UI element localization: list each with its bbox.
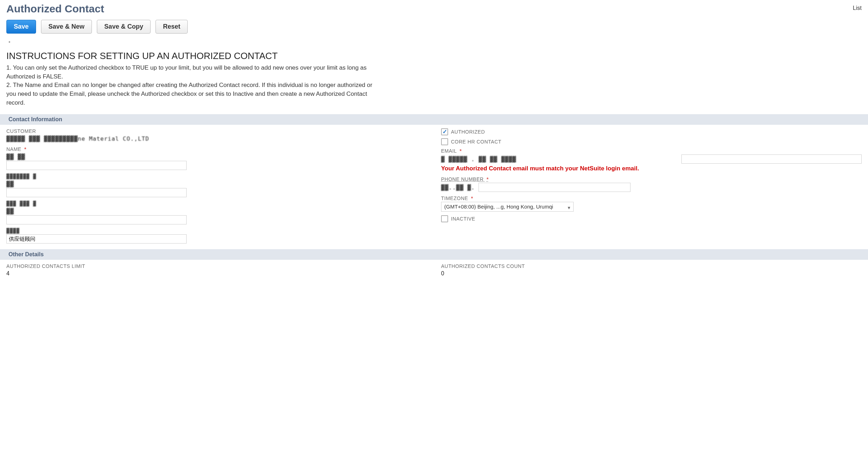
- timezone-value: (GMT+08:00) Beijing, ...g, Hong Kong, Ur…: [444, 204, 553, 210]
- inactive-checkbox[interactable]: [441, 215, 448, 222]
- section-contact-information: Contact Information: [0, 114, 868, 125]
- save-and-new-button[interactable]: Save & New: [41, 20, 92, 34]
- save-button[interactable]: Save: [6, 20, 36, 34]
- save-and-copy-button[interactable]: Save & Copy: [97, 20, 151, 34]
- contact-right-column: AUTHORIZED CORE HR CONTACT EMAIL * ▓ ▓▓▓…: [441, 128, 862, 247]
- page-title: Authorized Contact: [6, 3, 104, 15]
- required-star: *: [487, 176, 489, 182]
- timezone-select[interactable]: (GMT+08:00) Beijing, ...g, Hong Kong, Ur…: [441, 202, 574, 212]
- field3-value: ▓▓: [6, 207, 427, 215]
- core-hr-contact-checkbox[interactable]: [441, 138, 448, 145]
- timezone-label: TIMEZONE *: [441, 195, 862, 201]
- required-star: *: [24, 146, 27, 152]
- field4-label: ▓▓▓▓: [6, 228, 427, 234]
- authorized-checkbox[interactable]: [441, 128, 448, 135]
- phone-value: ▓▓..▓▓ ▓.: [441, 183, 475, 192]
- core-hr-contact-label: CORE HR CONTACT: [451, 139, 502, 145]
- required-star: *: [459, 148, 462, 154]
- auth-contacts-count-label: AUTHORIZED CONTACTS COUNT: [441, 263, 862, 269]
- email-warning: Your Authorized Contact email must match…: [441, 165, 862, 172]
- required-star: *: [471, 195, 473, 201]
- instruction-line-2: 2. The Name and Email can no longer be c…: [6, 81, 377, 107]
- action-button-row: Save Save & New Save & Copy Reset: [6, 20, 862, 34]
- customer-value: ▓▓▓▓▓ ▓▓▓ ▓▓▓▓▓▓▓▓▓ne Material CO.,LTD: [6, 135, 427, 143]
- phone-input[interactable]: [479, 183, 631, 192]
- section-other-details: Other Details: [0, 249, 868, 260]
- instruction-line-1: 1. You can only set the Authorized check…: [6, 64, 377, 81]
- field2-label: ▓▓▓▓▓▓▓ ▓: [6, 174, 427, 179]
- name-input[interactable]: [6, 161, 187, 170]
- customer-label: CUSTOMER: [6, 128, 427, 134]
- reset-button[interactable]: Reset: [156, 20, 188, 34]
- auth-contacts-limit-value: 4: [6, 270, 427, 277]
- inactive-label: INACTIVE: [451, 216, 475, 222]
- instructions-body: 1. You can only set the Authorized check…: [6, 64, 377, 107]
- field2-value: ▓▓: [6, 180, 427, 188]
- field2-input[interactable]: [6, 188, 187, 197]
- phone-label: PHONE NUMBER *: [441, 176, 862, 182]
- field3-label: ▓▓▓ ▓▓▓ ▓: [6, 201, 427, 206]
- authorized-label: AUTHORIZED: [451, 129, 485, 135]
- instructions-heading: INSTRUCTIONS FOR SETTING UP AN AUTHORIZE…: [6, 51, 862, 62]
- required-indicator: *: [8, 40, 862, 46]
- field4-input[interactable]: [6, 234, 187, 244]
- name-label: NAME *: [6, 146, 427, 152]
- email-value: ▓ ▓▓▓▓▓ . ▓▓ ▓▓ ▓▓▓▓: [441, 155, 674, 163]
- field3-input[interactable]: [6, 215, 187, 224]
- auth-contacts-count-value: 0: [441, 270, 862, 277]
- contact-left-column: CUSTOMER ▓▓▓▓▓ ▓▓▓ ▓▓▓▓▓▓▓▓▓ne Material …: [6, 128, 427, 247]
- email-label: EMAIL *: [441, 148, 862, 154]
- list-link[interactable]: List: [853, 3, 862, 11]
- name-value: ▓▓ ▓▓: [6, 153, 427, 161]
- chevron-down-icon: ▼: [567, 204, 571, 211]
- email-secondary-input[interactable]: [681, 154, 862, 164]
- auth-contacts-limit-label: AUTHORIZED CONTACTS LIMIT: [6, 263, 427, 269]
